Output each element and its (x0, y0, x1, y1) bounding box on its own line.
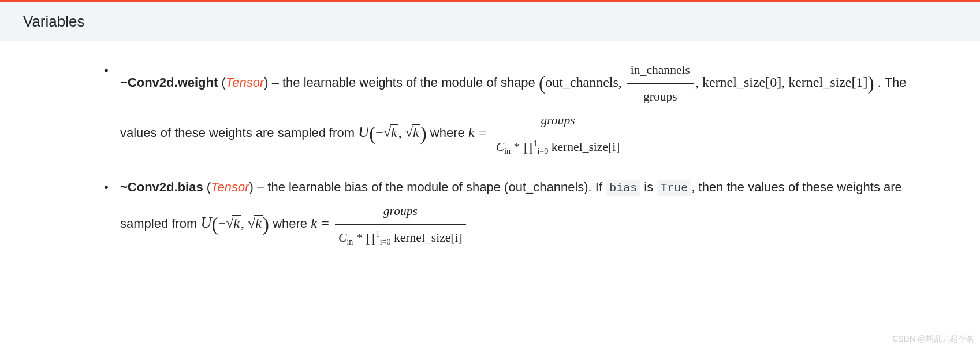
distribution-math: U(−√k, √k) (358, 125, 427, 140)
fraction-den: groups (627, 84, 694, 109)
math-sub: in (346, 237, 353, 246)
list-item: ~Conv2d.weight (Tensor) – the learnable … (104, 58, 945, 159)
math-sub: in (504, 146, 511, 156)
product-symbol: ∏ (523, 140, 534, 154)
fraction-den: Cin * ∏1i=0 kernel_size[i] (335, 225, 466, 250)
k-definition: k = groups Cin * ∏1i=0 kernel_size[i] (468, 125, 625, 140)
product-symbol: ∏ (366, 231, 376, 245)
math-sup: 1 (376, 229, 380, 239)
desc-text: – the learnable weights of the module of… (269, 75, 539, 90)
where-text: where (427, 125, 468, 140)
math-token: k = (311, 216, 330, 231)
fraction-den: Cin * ∏1i=0 kernel_size[i] (493, 134, 624, 159)
section-header: Variables (0, 2, 980, 41)
k-definition: k = groups Cin * ∏1i=0 kernel_size[i] (311, 216, 468, 231)
variable-name: ~Conv2d.weight (120, 75, 218, 90)
where-text: where (269, 216, 311, 231)
variable-name: ~Conv2d.bias (120, 180, 203, 194)
math-sub: i=0 (380, 237, 391, 246)
math-cal: U (358, 123, 369, 140)
fraction-num: groups (383, 204, 418, 218)
fraction-num: groups (541, 113, 575, 127)
math-token: * (511, 140, 523, 154)
fraction: groups Cin * ∏1i=0 kernel_size[i] (335, 199, 466, 250)
fraction: groups Cin * ∏1i=0 kernel_size[i] (493, 109, 624, 159)
type-link[interactable]: Tensor (211, 180, 249, 194)
math-token: C (338, 231, 346, 245)
math-token: kernel_size[i] (548, 140, 620, 154)
list-item: ~Conv2d.bias (Tensor) – the learnable bi… (104, 175, 945, 250)
math-token: C (496, 140, 504, 154)
math-token: out_channels (545, 75, 618, 90)
fraction: in_channels groups (627, 58, 694, 109)
type-link[interactable]: Tensor (226, 75, 264, 90)
variables-list: ~Conv2d.weight (Tensor) – the learnable … (104, 58, 945, 250)
fraction-num: in_channels (627, 58, 694, 84)
content-area: ~Conv2d.weight (Tensor) – the learnable … (0, 58, 980, 283)
code-literal: bias (606, 180, 640, 196)
math-token: kernel_size[1] (788, 75, 867, 90)
math-token: kernel_size[0] (702, 75, 781, 90)
math-token: * (353, 231, 366, 245)
math-sub: i=0 (537, 146, 548, 156)
shape-math: (out_channels, in_channels groups , kern… (539, 75, 878, 90)
distribution-math: U(−√k, √k) (200, 216, 269, 231)
math-cal: U (200, 214, 211, 231)
desc-text: – the learnable bias of the module of sh… (254, 180, 606, 194)
section-title: Variables (23, 13, 84, 30)
math-token: k = (468, 125, 487, 140)
math-token: kernel_size[i] (391, 231, 463, 245)
desc-text: is (640, 180, 657, 194)
code-literal: True (657, 180, 691, 196)
